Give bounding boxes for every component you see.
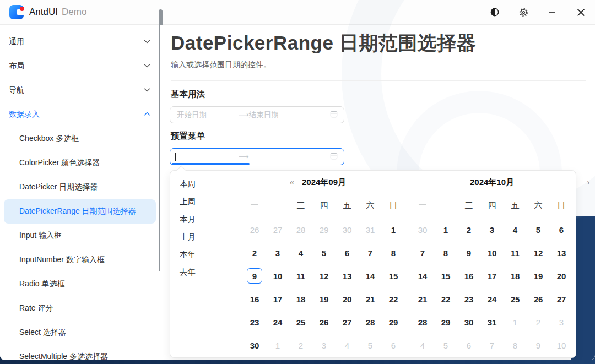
day-cell[interactable]: 20 <box>550 264 573 287</box>
sidebar-item-3[interactable]: DatePickerRange 日期范围选择器 <box>4 199 156 224</box>
day-cell[interactable]: 7 <box>359 241 382 264</box>
day-cell[interactable]: 9 <box>457 241 480 264</box>
day-cell[interactable]: 28 <box>359 311 382 334</box>
day-cell[interactable]: 3 <box>312 334 336 357</box>
day-cell[interactable]: 2 <box>243 241 266 264</box>
day-cell[interactable]: 31 <box>480 311 504 334</box>
day-cell[interactable]: 12 <box>527 241 550 264</box>
preset-item-3[interactable]: 上月 <box>170 228 212 246</box>
day-cell[interactable]: 27 <box>550 287 573 311</box>
sidebar-item-5[interactable]: InputNumber 数字输入框 <box>4 248 156 272</box>
day-cell[interactable]: 25 <box>504 287 527 311</box>
month-title-right[interactable]: 2024年10月 <box>411 171 573 193</box>
preset-item-5[interactable]: 去年 <box>170 263 212 281</box>
sidebar-item-4[interactable]: Input 输入框 <box>4 224 156 248</box>
month-title-left[interactable]: 2024年09月 <box>243 171 405 193</box>
day-cell[interactable]: 18 <box>289 287 312 311</box>
day-cell[interactable]: 10 <box>550 334 573 357</box>
day-cell[interactable]: 16 <box>457 264 480 287</box>
day-cell[interactable]: 1 <box>434 218 457 241</box>
day-cell[interactable]: 5 <box>434 334 457 357</box>
day-cell[interactable]: 31 <box>359 218 382 241</box>
preset-item-0[interactable]: 本周 <box>170 175 212 193</box>
day-cell[interactable]: 15 <box>434 264 457 287</box>
day-cell[interactable]: 30 <box>411 218 434 241</box>
day-cell[interactable]: 11 <box>289 264 312 287</box>
day-cell[interactable]: 20 <box>336 287 359 311</box>
day-cell[interactable]: 6 <box>336 241 359 264</box>
day-cell[interactable]: 22 <box>382 287 405 311</box>
day-cell[interactable]: 6 <box>550 218 573 241</box>
close-button[interactable] <box>566 0 595 25</box>
day-cell[interactable]: 14 <box>359 264 382 287</box>
day-cell[interactable]: 5 <box>359 334 382 357</box>
day-cell[interactable]: 26 <box>312 311 336 334</box>
day-cell[interactable]: 24 <box>266 311 289 334</box>
day-cell[interactable]: 2 <box>527 311 550 334</box>
day-cell[interactable]: 27 <box>266 218 289 241</box>
day-cell[interactable]: 17 <box>480 264 504 287</box>
day-cell[interactable]: 8 <box>382 241 405 264</box>
day-cell[interactable]: 4 <box>336 334 359 357</box>
day-cell[interactable]: 12 <box>312 264 336 287</box>
day-cell[interactable]: 3 <box>550 311 573 334</box>
day-cell[interactable]: 1 <box>504 311 527 334</box>
day-cell[interactable]: 10 <box>266 264 289 287</box>
sidebar-group-1[interactable]: 布局 <box>0 54 160 78</box>
day-cell[interactable]: 21 <box>411 287 434 311</box>
theme-toggle-button[interactable] <box>480 0 509 25</box>
sidebar-group-3[interactable]: 数据录入 <box>0 102 160 127</box>
day-cell[interactable]: 19 <box>527 264 550 287</box>
day-cell[interactable]: 5 <box>527 218 550 241</box>
sidebar-item-7[interactable]: Rate 评分 <box>4 296 156 320</box>
day-cell[interactable]: 14 <box>411 264 434 287</box>
day-cell[interactable]: 27 <box>336 311 359 334</box>
day-cell[interactable]: 10 <box>480 241 504 264</box>
day-cell[interactable]: 15 <box>382 264 405 287</box>
sidebar-item-1[interactable]: ColorPicker 颜色选择器 <box>4 151 156 175</box>
day-cell[interactable]: 1 <box>266 334 289 357</box>
day-cell[interactable]: 13 <box>550 241 573 264</box>
sidebar-item-9[interactable]: SelectMultiple 多选选择器 <box>4 345 156 360</box>
day-cell[interactable]: 4 <box>289 241 312 264</box>
day-cell[interactable]: 6 <box>382 334 405 357</box>
sidebar-item-8[interactable]: Select 选择器 <box>4 320 156 345</box>
preset-item-2[interactable]: 本月 <box>170 210 212 228</box>
day-cell[interactable]: 3 <box>266 241 289 264</box>
day-cell[interactable]: 30 <box>336 218 359 241</box>
sidebar-item-6[interactable]: Radio 单选框 <box>4 272 156 296</box>
day-cell[interactable]: 23 <box>457 287 480 311</box>
date-range-input-basic[interactable]: 开始日期 ⟶ 结束日期 <box>170 106 344 123</box>
day-cell[interactable]: 29 <box>312 218 336 241</box>
day-cell[interactable]: 30 <box>243 334 266 357</box>
sidebar-group-2[interactable]: 导航 <box>0 78 160 102</box>
day-cell[interactable]: 29 <box>382 311 405 334</box>
day-cell[interactable]: 4 <box>411 334 434 357</box>
day-cell[interactable]: 1 <box>382 218 405 241</box>
day-cell[interactable]: 29 <box>434 311 457 334</box>
day-cell[interactable]: 7 <box>480 334 504 357</box>
next-month-button[interactable]: › <box>587 171 590 193</box>
day-cell[interactable]: 2 <box>289 334 312 357</box>
day-cell[interactable]: 17 <box>266 287 289 311</box>
day-cell[interactable]: 11 <box>504 241 527 264</box>
preset-item-1[interactable]: 上周 <box>170 193 212 210</box>
day-cell[interactable]: 28 <box>411 311 434 334</box>
minimize-button[interactable] <box>538 0 566 25</box>
day-cell[interactable]: 24 <box>480 287 504 311</box>
preset-item-4[interactable]: 本年 <box>170 246 212 263</box>
day-cell[interactable]: 6 <box>457 334 480 357</box>
day-cell[interactable]: 22 <box>434 287 457 311</box>
day-cell[interactable]: 26 <box>527 287 550 311</box>
day-cell[interactable]: 19 <box>312 287 336 311</box>
day-cell[interactable]: 8 <box>434 241 457 264</box>
settings-button[interactable] <box>509 0 538 25</box>
day-cell[interactable]: 30 <box>457 311 480 334</box>
sidebar-item-2[interactable]: DatePicker 日期选择器 <box>4 175 156 199</box>
day-cell[interactable]: 13 <box>336 264 359 287</box>
date-range-input-preset[interactable]: ⟶ <box>170 148 344 165</box>
day-cell[interactable]: 2 <box>457 218 480 241</box>
day-cell[interactable]: 8 <box>504 334 527 357</box>
day-cell[interactable]: 4 <box>504 218 527 241</box>
day-cell[interactable]: 5 <box>312 241 336 264</box>
